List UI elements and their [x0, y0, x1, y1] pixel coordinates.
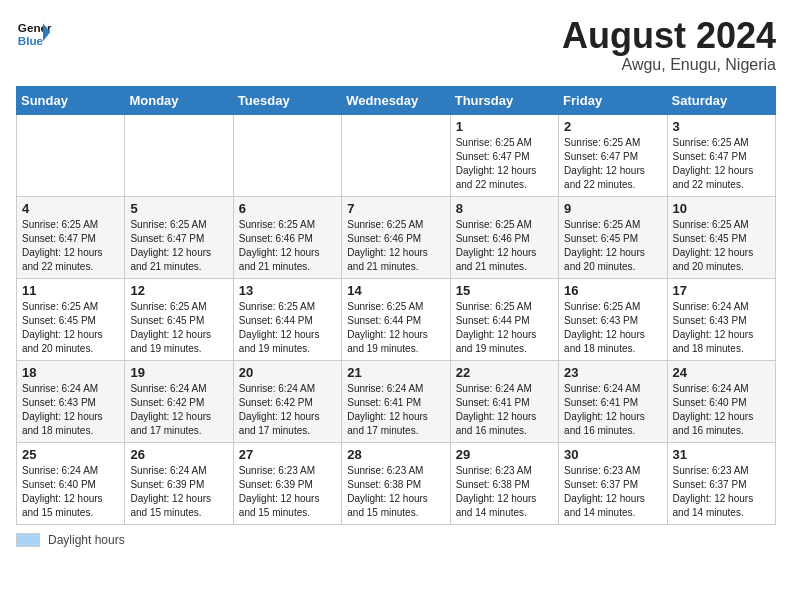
- day-cell: 4Sunrise: 6:25 AMSunset: 6:47 PMDaylight…: [17, 196, 125, 278]
- week-row-2: 4Sunrise: 6:25 AMSunset: 6:47 PMDaylight…: [17, 196, 776, 278]
- title-block: August 2024 Awgu, Enugu, Nigeria: [562, 16, 776, 74]
- day-number: 11: [22, 283, 119, 298]
- svg-text:Blue: Blue: [18, 34, 44, 47]
- header-saturday: Saturday: [667, 86, 775, 114]
- day-cell: 11Sunrise: 6:25 AMSunset: 6:45 PMDayligh…: [17, 278, 125, 360]
- day-number: 24: [673, 365, 770, 380]
- day-number: 4: [22, 201, 119, 216]
- day-cell: 15Sunrise: 6:25 AMSunset: 6:44 PMDayligh…: [450, 278, 558, 360]
- calendar-table: Sunday Monday Tuesday Wednesday Thursday…: [16, 86, 776, 525]
- day-info: Sunrise: 6:24 AMSunset: 6:41 PMDaylight:…: [564, 382, 661, 438]
- day-number: 12: [130, 283, 227, 298]
- day-cell: 21Sunrise: 6:24 AMSunset: 6:41 PMDayligh…: [342, 360, 450, 442]
- day-info: Sunrise: 6:25 AMSunset: 6:45 PMDaylight:…: [673, 218, 770, 274]
- day-info: Sunrise: 6:25 AMSunset: 6:47 PMDaylight:…: [673, 136, 770, 192]
- day-cell: 8Sunrise: 6:25 AMSunset: 6:46 PMDaylight…: [450, 196, 558, 278]
- day-cell: 3Sunrise: 6:25 AMSunset: 6:47 PMDaylight…: [667, 114, 775, 196]
- day-info: Sunrise: 6:24 AMSunset: 6:39 PMDaylight:…: [130, 464, 227, 520]
- day-number: 30: [564, 447, 661, 462]
- day-info: Sunrise: 6:25 AMSunset: 6:45 PMDaylight:…: [564, 218, 661, 274]
- day-cell: 7Sunrise: 6:25 AMSunset: 6:46 PMDaylight…: [342, 196, 450, 278]
- day-cell: 29Sunrise: 6:23 AMSunset: 6:38 PMDayligh…: [450, 442, 558, 524]
- day-cell: 2Sunrise: 6:25 AMSunset: 6:47 PMDaylight…: [559, 114, 667, 196]
- day-cell: 9Sunrise: 6:25 AMSunset: 6:45 PMDaylight…: [559, 196, 667, 278]
- day-number: 15: [456, 283, 553, 298]
- day-number: 8: [456, 201, 553, 216]
- day-number: 21: [347, 365, 444, 380]
- day-number: 9: [564, 201, 661, 216]
- page-subtitle: Awgu, Enugu, Nigeria: [562, 56, 776, 74]
- day-cell: 5Sunrise: 6:25 AMSunset: 6:47 PMDaylight…: [125, 196, 233, 278]
- week-row-3: 11Sunrise: 6:25 AMSunset: 6:45 PMDayligh…: [17, 278, 776, 360]
- page-header: General Blue August 2024 Awgu, Enugu, Ni…: [16, 16, 776, 74]
- day-number: 3: [673, 119, 770, 134]
- day-info: Sunrise: 6:23 AMSunset: 6:38 PMDaylight:…: [347, 464, 444, 520]
- day-info: Sunrise: 6:25 AMSunset: 6:44 PMDaylight:…: [347, 300, 444, 356]
- day-cell: 10Sunrise: 6:25 AMSunset: 6:45 PMDayligh…: [667, 196, 775, 278]
- day-cell: [233, 114, 341, 196]
- day-cell: [342, 114, 450, 196]
- day-info: Sunrise: 6:25 AMSunset: 6:45 PMDaylight:…: [130, 300, 227, 356]
- day-info: Sunrise: 6:25 AMSunset: 6:47 PMDaylight:…: [130, 218, 227, 274]
- day-info: Sunrise: 6:23 AMSunset: 6:39 PMDaylight:…: [239, 464, 336, 520]
- header-friday: Friday: [559, 86, 667, 114]
- day-info: Sunrise: 6:24 AMSunset: 6:41 PMDaylight:…: [456, 382, 553, 438]
- day-info: Sunrise: 6:24 AMSunset: 6:42 PMDaylight:…: [239, 382, 336, 438]
- day-info: Sunrise: 6:25 AMSunset: 6:44 PMDaylight:…: [456, 300, 553, 356]
- day-cell: 13Sunrise: 6:25 AMSunset: 6:44 PMDayligh…: [233, 278, 341, 360]
- day-info: Sunrise: 6:25 AMSunset: 6:46 PMDaylight:…: [239, 218, 336, 274]
- day-info: Sunrise: 6:23 AMSunset: 6:38 PMDaylight:…: [456, 464, 553, 520]
- day-cell: 31Sunrise: 6:23 AMSunset: 6:37 PMDayligh…: [667, 442, 775, 524]
- day-number: 29: [456, 447, 553, 462]
- day-cell: 6Sunrise: 6:25 AMSunset: 6:46 PMDaylight…: [233, 196, 341, 278]
- week-row-5: 25Sunrise: 6:24 AMSunset: 6:40 PMDayligh…: [17, 442, 776, 524]
- day-info: Sunrise: 6:23 AMSunset: 6:37 PMDaylight:…: [564, 464, 661, 520]
- day-cell: [17, 114, 125, 196]
- day-number: 18: [22, 365, 119, 380]
- day-number: 7: [347, 201, 444, 216]
- day-cell: 16Sunrise: 6:25 AMSunset: 6:43 PMDayligh…: [559, 278, 667, 360]
- day-number: 23: [564, 365, 661, 380]
- day-number: 31: [673, 447, 770, 462]
- day-number: 20: [239, 365, 336, 380]
- day-number: 19: [130, 365, 227, 380]
- day-info: Sunrise: 6:24 AMSunset: 6:40 PMDaylight:…: [22, 464, 119, 520]
- day-info: Sunrise: 6:24 AMSunset: 6:40 PMDaylight:…: [673, 382, 770, 438]
- daylight-swatch: [16, 533, 40, 547]
- day-number: 6: [239, 201, 336, 216]
- logo-icon: General Blue: [16, 16, 52, 52]
- day-number: 1: [456, 119, 553, 134]
- calendar-body: 1Sunrise: 6:25 AMSunset: 6:47 PMDaylight…: [17, 114, 776, 524]
- day-info: Sunrise: 6:25 AMSunset: 6:43 PMDaylight:…: [564, 300, 661, 356]
- day-info: Sunrise: 6:23 AMSunset: 6:37 PMDaylight:…: [673, 464, 770, 520]
- day-number: 14: [347, 283, 444, 298]
- daylight-label: Daylight hours: [48, 533, 125, 547]
- page-title: August 2024: [562, 16, 776, 56]
- header-sunday: Sunday: [17, 86, 125, 114]
- header-tuesday: Tuesday: [233, 86, 341, 114]
- day-info: Sunrise: 6:25 AMSunset: 6:44 PMDaylight:…: [239, 300, 336, 356]
- day-cell: 18Sunrise: 6:24 AMSunset: 6:43 PMDayligh…: [17, 360, 125, 442]
- day-number: 28: [347, 447, 444, 462]
- day-number: 10: [673, 201, 770, 216]
- day-cell: 30Sunrise: 6:23 AMSunset: 6:37 PMDayligh…: [559, 442, 667, 524]
- day-cell: 19Sunrise: 6:24 AMSunset: 6:42 PMDayligh…: [125, 360, 233, 442]
- day-number: 26: [130, 447, 227, 462]
- day-cell: 23Sunrise: 6:24 AMSunset: 6:41 PMDayligh…: [559, 360, 667, 442]
- day-info: Sunrise: 6:24 AMSunset: 6:43 PMDaylight:…: [22, 382, 119, 438]
- day-number: 16: [564, 283, 661, 298]
- day-cell: [125, 114, 233, 196]
- day-number: 5: [130, 201, 227, 216]
- header-thursday: Thursday: [450, 86, 558, 114]
- day-cell: 12Sunrise: 6:25 AMSunset: 6:45 PMDayligh…: [125, 278, 233, 360]
- day-cell: 25Sunrise: 6:24 AMSunset: 6:40 PMDayligh…: [17, 442, 125, 524]
- day-cell: 22Sunrise: 6:24 AMSunset: 6:41 PMDayligh…: [450, 360, 558, 442]
- day-cell: 28Sunrise: 6:23 AMSunset: 6:38 PMDayligh…: [342, 442, 450, 524]
- day-cell: 17Sunrise: 6:24 AMSunset: 6:43 PMDayligh…: [667, 278, 775, 360]
- week-row-1: 1Sunrise: 6:25 AMSunset: 6:47 PMDaylight…: [17, 114, 776, 196]
- day-info: Sunrise: 6:25 AMSunset: 6:46 PMDaylight:…: [347, 218, 444, 274]
- calendar-header: Sunday Monday Tuesday Wednesday Thursday…: [17, 86, 776, 114]
- day-info: Sunrise: 6:25 AMSunset: 6:47 PMDaylight:…: [456, 136, 553, 192]
- day-info: Sunrise: 6:24 AMSunset: 6:43 PMDaylight:…: [673, 300, 770, 356]
- day-cell: 1Sunrise: 6:25 AMSunset: 6:47 PMDaylight…: [450, 114, 558, 196]
